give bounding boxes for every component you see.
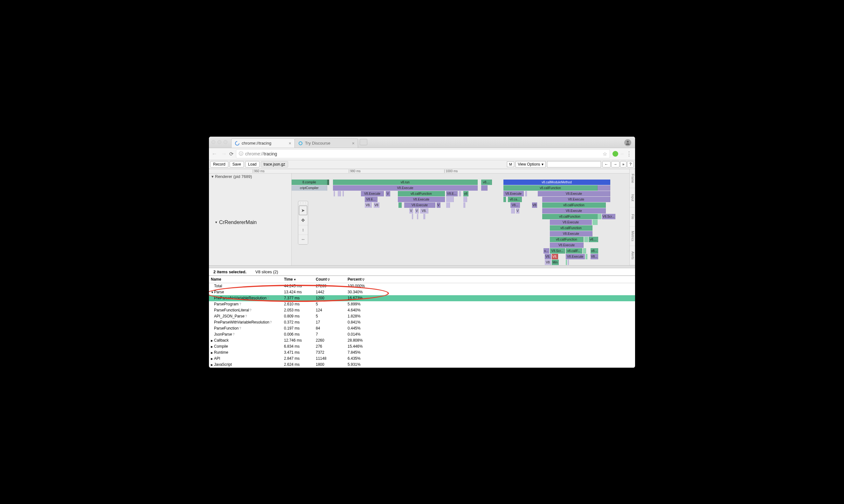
trace-slice[interactable]: V8.Execute bbox=[361, 191, 384, 196]
browser-tab-active[interactable]: chrome://tracing × bbox=[231, 139, 295, 148]
search-prev-button[interactable]: ← bbox=[602, 161, 611, 167]
time-ruler[interactable]: 960 ms 980 ms 1000 ms bbox=[209, 169, 635, 174]
trace-slice[interactable] bbox=[568, 259, 569, 265]
close-tab-icon[interactable]: × bbox=[352, 141, 355, 146]
search-next-button[interactable]: → bbox=[611, 161, 619, 167]
trace-slice[interactable] bbox=[511, 208, 515, 214]
table-row[interactable]: ▶API2.847 ms111486.435% bbox=[209, 356, 635, 362]
table-row[interactable]: Total44.245 ms27269100.000% bbox=[209, 283, 635, 289]
trace-slice[interactable]: V8 bbox=[374, 202, 380, 208]
trace-slice[interactable]: v... bbox=[544, 248, 549, 254]
trace-slice[interactable]: V bbox=[415, 208, 419, 214]
load-button[interactable]: Load bbox=[245, 161, 260, 167]
trace-slice[interactable]: V8.Execute bbox=[404, 202, 435, 208]
table-row[interactable]: ▶JavaScript2.624 ms18005.931% bbox=[209, 362, 635, 368]
trace-slice[interactable] bbox=[583, 248, 586, 254]
trace-slice[interactable]: V8.Execute bbox=[538, 191, 610, 196]
new-tab-button[interactable] bbox=[360, 139, 367, 145]
side-tab-metrics[interactable]: Metrics bbox=[630, 227, 635, 246]
table-row[interactable]: JsonParse?0.006 ms70.014% bbox=[209, 331, 635, 338]
trace-slice[interactable]: V8.Execute bbox=[550, 242, 583, 248]
help-button[interactable]: ? bbox=[627, 161, 634, 167]
trace-slice[interactable] bbox=[566, 259, 567, 265]
trace-slice[interactable] bbox=[423, 214, 425, 219]
trace-slice[interactable] bbox=[327, 180, 329, 185]
column-count[interactable]: Count▽ bbox=[314, 276, 346, 283]
trace-slice[interactable] bbox=[446, 197, 454, 202]
trace-slice[interactable]: v8.... bbox=[481, 180, 492, 185]
zoom-vertical-tool-icon[interactable]: ↕ bbox=[298, 225, 308, 235]
trace-slice[interactable] bbox=[399, 202, 402, 208]
trace-slice[interactable]: V bbox=[516, 208, 519, 214]
trace-slice[interactable]: v8.callF... bbox=[566, 248, 582, 254]
help-icon[interactable]: ? bbox=[239, 303, 241, 306]
side-tab-frame[interactable]: Frame bbox=[630, 169, 635, 188]
bookmark-star-icon[interactable]: ☆ bbox=[603, 151, 607, 157]
trace-slice[interactable]: V bbox=[409, 208, 413, 214]
table-row[interactable]: API_JSON_Parse?0.809 ms51.828% bbox=[209, 313, 635, 319]
trace-slice[interactable]: V8.Execute bbox=[542, 208, 606, 214]
table-row[interactable]: ▶Runtime3.471 ms73727.845% bbox=[209, 349, 635, 356]
trace-slice[interactable]: V8... bbox=[510, 202, 520, 208]
trace-slice[interactable]: v8.callFunction bbox=[550, 225, 593, 231]
trace-slice[interactable] bbox=[504, 197, 506, 202]
search-input[interactable] bbox=[547, 161, 601, 167]
record-button[interactable]: Record bbox=[210, 161, 228, 167]
browser-menu-icon[interactable]: ⋮ bbox=[626, 150, 633, 157]
help-icon[interactable]: ? bbox=[233, 333, 235, 336]
table-row[interactable]: ▼Parse13.424 ms144230.340% bbox=[209, 289, 635, 295]
table-row[interactable]: PreParseWithVariableResolution?0.372 ms1… bbox=[209, 319, 635, 325]
trace-slice[interactable]: V8 bbox=[545, 259, 551, 265]
m-button[interactable]: M bbox=[507, 161, 514, 167]
minimize-window-button[interactable] bbox=[217, 140, 221, 144]
side-tab-input[interactable]: Input bbox=[630, 188, 635, 208]
trace-slice[interactable] bbox=[481, 185, 488, 191]
trace-slice[interactable]: V8.E... bbox=[365, 197, 377, 202]
trace-slice[interactable] bbox=[585, 254, 587, 259]
thread-header[interactable]: ▾ CrRendererMain bbox=[209, 180, 292, 265]
trace-slice[interactable]: criptCompiler bbox=[292, 185, 327, 191]
trace-slice[interactable] bbox=[459, 191, 461, 196]
trace-slice[interactable]: v8.callModuleMethod bbox=[504, 180, 610, 185]
trace-slice[interactable]: V8. bbox=[365, 202, 372, 208]
trace-slice[interactable] bbox=[463, 197, 467, 202]
trace-slice[interactable]: V8.Execute bbox=[550, 231, 593, 236]
process-header[interactable]: ▾ Renderer (pid 7689) bbox=[209, 174, 292, 180]
expander-icon[interactable]: ▶ bbox=[211, 363, 214, 366]
trace-slice[interactable]: V8 bbox=[532, 202, 537, 208]
trace-slice[interactable]: V8.E... bbox=[446, 191, 458, 196]
trace-slice[interactable] bbox=[446, 202, 450, 208]
expander-icon[interactable]: ▶ bbox=[211, 345, 214, 348]
trace-slice[interactable] bbox=[598, 214, 601, 219]
trace-slice[interactable] bbox=[598, 185, 610, 191]
trace-slice[interactable]: Min bbox=[552, 259, 559, 265]
trace-slice[interactable] bbox=[593, 220, 598, 225]
column-name[interactable]: Name bbox=[209, 276, 282, 283]
table-row[interactable]: ▶Compile6.834 ms27615.446% bbox=[209, 343, 635, 349]
trace-slice[interactable]: V8.Scr... bbox=[602, 214, 615, 219]
trace-slice[interactable]: v8.callFunction bbox=[398, 191, 445, 196]
trace-slice[interactable]: v8.ca... bbox=[508, 197, 522, 202]
maximize-window-button[interactable] bbox=[224, 140, 227, 144]
trace-slice[interactable] bbox=[584, 237, 588, 242]
expander-icon[interactable]: ▶ bbox=[211, 351, 214, 354]
trace-slice[interactable]: V8. bbox=[545, 254, 551, 259]
trace-slice[interactable] bbox=[338, 191, 341, 196]
column-time[interactable]: Time▼ bbox=[282, 276, 314, 283]
trace-slice[interactable] bbox=[334, 191, 335, 196]
trace-slice[interactable] bbox=[417, 214, 418, 219]
pointer-tool-icon[interactable]: ➤ bbox=[299, 205, 307, 215]
table-row[interactable]: ParseFunctionLiteral?2.053 ms1244.640% bbox=[209, 307, 635, 313]
trace-slice[interactable]: V bbox=[386, 191, 390, 196]
trace-slice[interactable]: V8.Scr... bbox=[550, 248, 565, 254]
save-button[interactable]: Save bbox=[230, 161, 244, 167]
trace-slice[interactable]: v8.callFunction bbox=[542, 214, 598, 219]
table-row[interactable]: ParseProgram?2.610 ms55.899% bbox=[209, 301, 635, 307]
expander-icon[interactable]: ▶ bbox=[211, 339, 214, 342]
extension-icon[interactable] bbox=[613, 151, 618, 157]
splitter[interactable] bbox=[209, 265, 635, 268]
trace-slice[interactable]: v8.callFunction bbox=[550, 237, 583, 242]
browser-tab-inactive[interactable]: Try Discourse × bbox=[295, 139, 358, 148]
trace-slice[interactable] bbox=[412, 214, 413, 219]
expander-icon[interactable]: ▼ bbox=[211, 291, 214, 294]
